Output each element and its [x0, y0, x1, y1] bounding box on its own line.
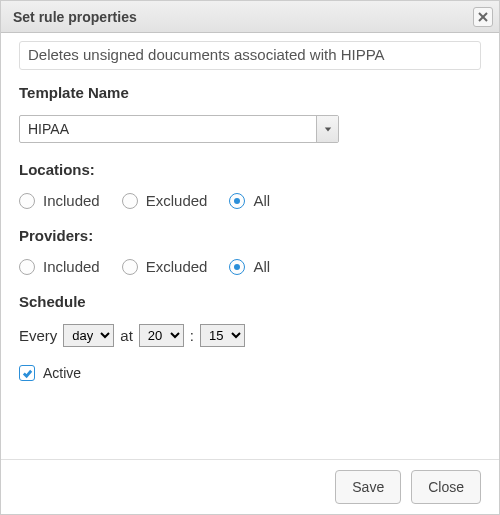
active-checkbox[interactable] [19, 365, 35, 381]
providers-radio-group: Included Excluded All [19, 258, 481, 275]
radio-icon [122, 259, 138, 275]
locations-radio-excluded[interactable]: Excluded [122, 192, 208, 209]
close-icon-button[interactable] [473, 7, 493, 27]
close-icon [478, 12, 488, 22]
svg-marker-2 [324, 127, 330, 131]
chevron-down-icon [324, 125, 332, 133]
locations-radio-included[interactable]: Included [19, 192, 100, 209]
close-button[interactable]: Close [411, 470, 481, 504]
schedule-unit-select[interactable]: day [63, 324, 114, 347]
save-button[interactable]: Save [335, 470, 401, 504]
locations-label: Locations: [19, 161, 481, 178]
radio-icon [229, 259, 245, 275]
radio-label: Excluded [146, 192, 208, 209]
locations-radio-all[interactable]: All [229, 192, 270, 209]
dialog-footer: Save Close [1, 459, 499, 514]
radio-icon [122, 193, 138, 209]
active-label: Active [43, 365, 81, 381]
schedule-at-text: at [120, 327, 133, 344]
locations-radio-group: Included Excluded All [19, 192, 481, 209]
template-select-value: HIPAA [20, 116, 316, 142]
radio-icon [19, 259, 35, 275]
schedule-minute-select[interactable]: 15 [200, 324, 245, 347]
radio-icon [229, 193, 245, 209]
providers-radio-all[interactable]: All [229, 258, 270, 275]
schedule-row: Every day at 20 : 15 [19, 324, 481, 347]
schedule-sep: : [190, 327, 194, 344]
dialog-title: Set rule properties [13, 9, 137, 25]
titlebar: Set rule properties [1, 1, 499, 33]
providers-radio-excluded[interactable]: Excluded [122, 258, 208, 275]
schedule-every-text: Every [19, 327, 57, 344]
template-select-button[interactable] [316, 116, 338, 142]
scroll-area[interactable]: Deletes unsigned doucuments associated w… [1, 33, 499, 459]
providers-radio-included[interactable]: Included [19, 258, 100, 275]
radio-label: Included [43, 258, 100, 275]
radio-label: Excluded [146, 258, 208, 275]
providers-label: Providers: [19, 227, 481, 244]
active-row: Active [19, 365, 481, 381]
radio-label: Included [43, 192, 100, 209]
schedule-hour-select[interactable]: 20 [139, 324, 184, 347]
check-icon [22, 368, 33, 379]
dialog: Set rule properties Deletes unsigned dou… [0, 0, 500, 515]
dialog-body: Deletes unsigned doucuments associated w… [1, 33, 499, 459]
template-name-label: Template Name [19, 84, 481, 101]
radio-label: All [253, 258, 270, 275]
radio-label: All [253, 192, 270, 209]
radio-icon [19, 193, 35, 209]
schedule-label: Schedule [19, 293, 481, 310]
template-select[interactable]: HIPAA [19, 115, 339, 143]
rule-description: Deletes unsigned doucuments associated w… [19, 41, 481, 70]
